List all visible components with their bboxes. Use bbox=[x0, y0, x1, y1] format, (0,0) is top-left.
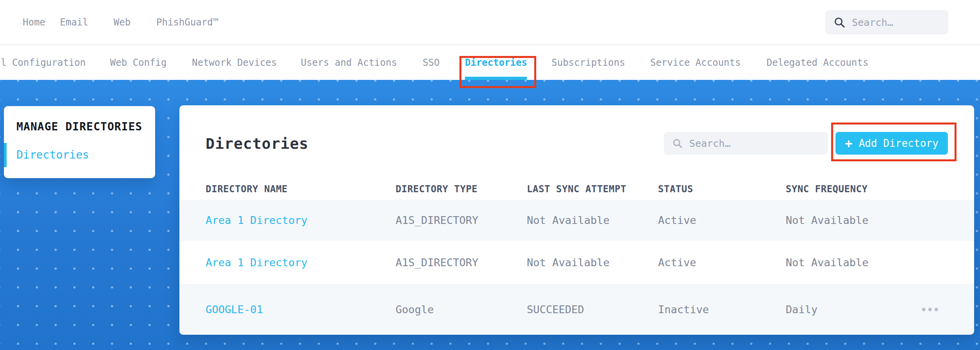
cell-last-sync: Not Available bbox=[527, 256, 658, 269]
row-actions-ellipsis-icon[interactable] bbox=[922, 308, 943, 311]
directory-link[interactable]: GOOGLE-01 bbox=[206, 303, 396, 316]
active-tab-underline bbox=[465, 77, 527, 80]
main-card: Directories + Add Directory DIRECTORY NA… bbox=[179, 105, 974, 335]
directory-link[interactable]: Area 1 Directory bbox=[206, 256, 396, 269]
column-header-status: STATUS bbox=[658, 184, 786, 195]
cell-status: Inactive bbox=[658, 303, 786, 316]
column-header-last-sync-attempt: LAST SYNC ATTEMPT bbox=[527, 184, 658, 195]
nav-item-email[interactable]: Email bbox=[60, 0, 88, 44]
plus-icon: + bbox=[845, 137, 852, 150]
sidebar-card: MANAGE DIRECTORIES Directories bbox=[4, 106, 155, 178]
tab-subscriptions[interactable]: Subscriptions bbox=[551, 45, 625, 80]
cell-sync-frequency: Not Available bbox=[786, 256, 922, 269]
sidebar-item-directories[interactable]: Directories bbox=[16, 148, 89, 161]
table-row: GOOGLE-01 Google SUCCEEDED Inactive Dail… bbox=[179, 284, 974, 335]
content-area: MANAGE DIRECTORIES Directories Directori… bbox=[0, 80, 980, 350]
sidebar-heading: MANAGE DIRECTORIES bbox=[16, 120, 142, 133]
table-header-row: DIRECTORY NAME DIRECTORY TYPE LAST SYNC … bbox=[179, 178, 974, 200]
cell-status: Active bbox=[658, 256, 786, 269]
tabs-bar: l Configuration Web Config Network Devic… bbox=[0, 45, 980, 80]
tab-network-devices[interactable]: Network Devices bbox=[192, 45, 277, 80]
directory-link[interactable]: Area 1 Directory bbox=[206, 214, 396, 226]
search-icon bbox=[673, 138, 682, 149]
nav-item-phishguard[interactable]: PhishGuard™ bbox=[156, 0, 219, 44]
nav-item-home[interactable]: Home bbox=[23, 0, 45, 44]
top-nav: Home Email Web PhishGuard™ bbox=[0, 0, 980, 45]
nav-item-web[interactable]: Web bbox=[114, 0, 130, 44]
cell-directory-type: A1S_DIRECTORY bbox=[396, 214, 527, 226]
table-search-input[interactable] bbox=[689, 138, 819, 149]
table-row: Area 1 Directory A1S_DIRECTORY Not Avail… bbox=[179, 241, 974, 284]
directories-table: DIRECTORY NAME DIRECTORY TYPE LAST SYNC … bbox=[179, 178, 974, 335]
tab-users-and-actions[interactable]: Users and Actions bbox=[301, 45, 397, 80]
cell-directory-type: Google bbox=[396, 303, 527, 316]
global-search[interactable] bbox=[825, 10, 948, 34]
cell-directory-type: A1S_DIRECTORY bbox=[396, 256, 527, 269]
column-header-directory-name: DIRECTORY NAME bbox=[206, 184, 396, 195]
search-icon bbox=[834, 17, 845, 28]
sidebar-active-indicator bbox=[4, 143, 7, 167]
column-header-directory-type: DIRECTORY TYPE bbox=[396, 184, 527, 195]
cell-last-sync: Not Available bbox=[527, 214, 658, 226]
tab-sso[interactable]: SSO bbox=[423, 45, 439, 80]
tab-email-configuration[interactable]: l Configuration bbox=[1, 45, 86, 80]
cell-sync-frequency: Daily bbox=[786, 303, 922, 316]
cell-status: Active bbox=[658, 214, 786, 226]
tab-service-accounts[interactable]: Service Accounts bbox=[650, 45, 741, 80]
tab-directories[interactable]: Directories bbox=[465, 45, 527, 80]
add-directory-button[interactable]: + Add Directory bbox=[835, 132, 948, 155]
add-directory-button-label: Add Directory bbox=[859, 137, 938, 149]
page-title: Directories bbox=[206, 135, 309, 152]
table-search[interactable] bbox=[664, 132, 828, 155]
cell-sync-frequency: Not Available bbox=[786, 214, 922, 226]
cell-last-sync: SUCCEEDED bbox=[527, 303, 658, 316]
global-search-input[interactable] bbox=[852, 17, 940, 28]
column-header-sync-frequency: SYNC FREQUENCY bbox=[786, 184, 922, 195]
tab-web-config[interactable]: Web Config bbox=[110, 45, 167, 80]
tab-delegated-accounts[interactable]: Delegated Accounts bbox=[767, 45, 868, 80]
table-row: Area 1 Directory A1S_DIRECTORY Not Avail… bbox=[179, 200, 974, 241]
